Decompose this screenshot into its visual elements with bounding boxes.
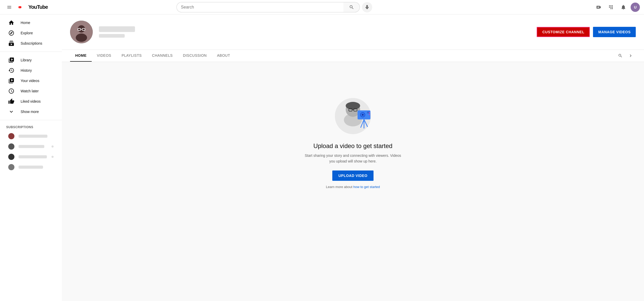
sidebar-divider-2: [0, 120, 62, 120]
tab-discussion[interactable]: DISCUSSION: [178, 50, 212, 62]
microphone-icon: [365, 5, 370, 10]
sub-dot-3: [52, 156, 54, 158]
voice-search-button[interactable]: [362, 2, 372, 12]
sidebar-your-videos-label: Your videos: [21, 79, 39, 83]
sub-item-1[interactable]: [2, 131, 60, 141]
header-left: YouTube: [4, 2, 66, 12]
sidebar-item-watch-later[interactable]: Watch later: [2, 86, 60, 96]
sub-item-4[interactable]: [2, 162, 60, 172]
channel-avatar: [70, 21, 93, 43]
chevron-right-icon: [628, 53, 633, 58]
search-icon: [349, 5, 354, 10]
youtube-wordmark: YouTube: [28, 4, 48, 10]
tab-videos[interactable]: VIDEOS: [92, 50, 116, 62]
sidebar-library-label: Library: [21, 58, 32, 62]
channel-name: [99, 26, 135, 32]
sub-item-2[interactable]: [2, 141, 60, 152]
empty-state: Upload a video to get started Start shar…: [62, 62, 644, 209]
chevron-down-icon: [8, 109, 14, 115]
learn-more-text: Learn more about how to get started: [326, 185, 380, 189]
sidebar-home-label: Home: [21, 21, 30, 25]
svg-point-16: [362, 114, 364, 116]
empty-state-title: Upload a video to get started: [313, 142, 393, 150]
hamburger-icon: [7, 5, 12, 10]
sidebar-item-your-videos[interactable]: Your videos: [2, 76, 60, 86]
channel-action-buttons: CUSTOMIZE CHANNEL MANAGE VIDEOS: [537, 27, 636, 37]
svg-point-9: [346, 102, 360, 110]
sub-name-1: [19, 135, 47, 138]
sidebar-liked-videos-label: Liked videos: [21, 99, 41, 103]
channel-info: [99, 26, 530, 38]
apps-icon: [608, 4, 614, 10]
search-form: [176, 2, 360, 12]
sidebar-item-home[interactable]: Home: [2, 18, 60, 28]
subscriptions-section-title: SUBSCRIPTIONS: [0, 123, 62, 131]
sidebar-item-liked-videos[interactable]: Liked videos: [2, 96, 60, 107]
watch-later-icon: [8, 88, 14, 94]
history-icon: [8, 67, 14, 74]
notification-bell-icon: [621, 4, 626, 10]
header-right: U: [594, 2, 640, 12]
sidebar-history-label: History: [21, 68, 32, 72]
manage-videos-button[interactable]: MANAGE VIDEOS: [593, 27, 636, 37]
tab-home[interactable]: HOME: [70, 50, 92, 62]
user-avatar[interactable]: U: [631, 3, 640, 12]
sidebar-item-library[interactable]: Library: [2, 55, 60, 65]
sub-name-4: [19, 166, 43, 169]
sidebar-item-history[interactable]: History: [2, 65, 60, 76]
main-content: CUSTOMIZE CHANNEL MANAGE VIDEOS HOME VID…: [62, 14, 644, 301]
sidebar-explore-label: Explore: [21, 31, 33, 35]
library-icon: [8, 57, 14, 63]
sidebar-item-subscriptions[interactable]: Subscriptions: [2, 38, 60, 48]
channel-tabs: HOME VIDEOS PLAYLISTS CHANNELS DISCUSSIO…: [62, 50, 644, 62]
sidebar-show-more-label: Show more: [21, 110, 39, 114]
search-input[interactable]: [176, 2, 343, 12]
logo-container[interactable]: YouTube: [19, 4, 48, 10]
channel-avatar-image: [70, 21, 93, 43]
page-layout: Home Explore Subscriptions: [0, 14, 644, 301]
upload-video-button[interactable]: UPLOAD VIDEO: [332, 170, 374, 181]
notification-button[interactable]: [618, 2, 629, 12]
search-button[interactable]: [343, 2, 360, 12]
svg-rect-22: [369, 114, 370, 115]
hamburger-menu-button[interactable]: [4, 2, 14, 12]
tab-playlists[interactable]: PLAYLISTS: [116, 50, 147, 62]
create-icon: [596, 4, 601, 10]
learn-more-prefix: Learn more about: [326, 185, 353, 189]
sub-avatar-1: [8, 133, 14, 139]
your-videos-icon: [8, 78, 14, 84]
apps-button[interactable]: [606, 2, 616, 12]
sub-item-3[interactable]: [2, 152, 60, 162]
sidebar-watch-later-label: Watch later: [21, 89, 39, 93]
sidebar-item-show-more[interactable]: Show more: [2, 107, 60, 117]
explore-icon: [8, 30, 14, 36]
home-icon: [8, 20, 14, 26]
subscriptions-icon: [8, 40, 14, 46]
header: YouTube: [0, 0, 644, 14]
tab-search-button[interactable]: [615, 51, 625, 61]
channel-header: CUSTOMIZE CHANNEL MANAGE VIDEOS: [62, 14, 644, 50]
sub-dot-1: [52, 135, 54, 137]
svg-rect-21: [369, 112, 370, 113]
tab-next-button[interactable]: [625, 51, 636, 61]
sub-dot-2: [52, 145, 54, 148]
sidebar-divider-1: [0, 52, 62, 52]
sub-name-2: [19, 145, 44, 148]
customize-channel-button[interactable]: CUSTOMIZE CHANNEL: [537, 27, 590, 37]
how-to-get-started-link[interactable]: how to get started: [353, 185, 380, 189]
sidebar: Home Explore Subscriptions: [0, 14, 62, 301]
svg-point-1: [78, 25, 85, 32]
empty-state-subtitle: Start sharing your story and connecting …: [301, 153, 404, 164]
svg-point-2: [76, 34, 87, 42]
liked-videos-icon: [8, 98, 14, 104]
sidebar-item-explore[interactable]: Explore: [2, 28, 60, 38]
tab-channels[interactable]: CHANNELS: [147, 50, 178, 62]
tab-about[interactable]: ABOUT: [212, 50, 235, 62]
header-center: [176, 2, 372, 12]
create-video-button[interactable]: [594, 2, 604, 12]
youtube-logo-icon: [19, 4, 27, 10]
channel-subscriber-count: [99, 34, 125, 38]
sub-avatar-4: [8, 164, 14, 170]
tab-search-icon: [618, 53, 623, 58]
notification-area: [618, 2, 629, 12]
